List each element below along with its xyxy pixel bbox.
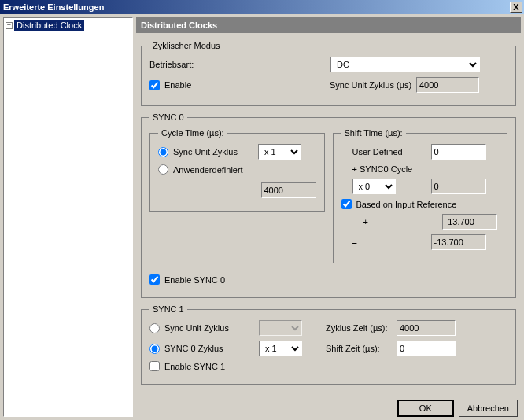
cancel-button[interactable]: Abbrechen bbox=[459, 400, 518, 417]
tree-item-distributed-clock[interactable]: + Distributed Clock bbox=[6, 20, 131, 31]
shift-zeit-field[interactable] bbox=[397, 341, 456, 356]
sync0-cycle-value-field bbox=[431, 179, 486, 194]
enable-sync0-label: Enable SYNC 0 bbox=[164, 275, 225, 285]
user-defined-field[interactable] bbox=[431, 144, 486, 160]
plus-label: + bbox=[363, 217, 442, 227]
shift-time-legend: Shift Time (µs): bbox=[341, 128, 406, 138]
close-icon: X bbox=[513, 2, 518, 12]
sync-unit-zyklus-field bbox=[416, 77, 479, 93]
betriebsart-label: Betriebsart: bbox=[149, 60, 330, 69]
cycle-value-field bbox=[261, 182, 316, 198]
sync1-group: SYNC 1 Sync Unit Zyklus Zyklus Zeit (µs)… bbox=[141, 304, 516, 385]
enable-sync0-checkbox[interactable] bbox=[149, 274, 160, 285]
sync1-sync0-label: SYNC 0 Zyklus bbox=[164, 344, 259, 353]
panel-header: Distributed Clocks bbox=[136, 17, 521, 33]
window-title: Erweiterte Einstellungen bbox=[3, 2, 104, 12]
shift-time-group: Shift Time (µs): User Defined + SYNC0 Cy… bbox=[333, 128, 508, 263]
enable-sync1-label: Enable SYNC 1 bbox=[164, 362, 225, 371]
sync0-group: SYNC 0 Cycle Time (µs): Sync Unit Zyklus… bbox=[141, 112, 516, 298]
title-bar: Erweiterte Einstellungen X bbox=[0, 0, 524, 14]
sync-unit-zyklus-label: Sync Unit Zyklus (µs) bbox=[330, 80, 416, 90]
betriebsart-select[interactable]: DC bbox=[330, 57, 480, 72]
sync1-sync0-radio[interactable] bbox=[149, 344, 160, 354]
zyklus-zeit-label: Zyklus Zeit (µs): bbox=[326, 323, 397, 333]
sync-unit-zyklus-radio-label: Sync Unit Zyklus bbox=[173, 147, 258, 157]
button-bar: OK Abbrechen bbox=[136, 395, 521, 417]
tree-panel: + Distributed Clock bbox=[3, 17, 133, 417]
sync1-mult1-select bbox=[259, 320, 302, 336]
cycle-mult-select[interactable]: x 1 bbox=[258, 144, 301, 160]
user-defined-label: User Defined bbox=[352, 147, 431, 157]
main-panel: Distributed Clocks Zyklischer Modus Betr… bbox=[136, 17, 521, 417]
shift-zeit-label: Shift Zeit (µs): bbox=[326, 344, 397, 353]
expand-icon[interactable]: + bbox=[6, 22, 13, 29]
zyklus-zeit-field bbox=[397, 320, 456, 336]
anwenderdefiniert-radio[interactable] bbox=[158, 164, 168, 175]
zyklischer-modus-legend: Zyklischer Modus bbox=[149, 41, 223, 50]
sync1-sync-unit-label: Sync Unit Zyklus bbox=[164, 323, 259, 333]
tree-item-label: Distributed Clock bbox=[14, 20, 84, 31]
eq-value-field bbox=[431, 234, 486, 250]
plus-value-field bbox=[442, 214, 497, 230]
eq-label: = bbox=[352, 238, 431, 247]
zyklischer-modus-group: Zyklischer Modus Betriebsart: DC Enable … bbox=[141, 41, 516, 106]
sync-unit-zyklus-radio[interactable] bbox=[158, 147, 168, 157]
content-area: + Distributed Clock Distributed Clocks Z… bbox=[0, 14, 524, 420]
based-on-input-ref-checkbox[interactable] bbox=[341, 199, 352, 209]
ok-button[interactable]: OK bbox=[397, 400, 454, 417]
close-button[interactable]: X bbox=[510, 2, 522, 13]
sync0-cycle-mult-select[interactable]: x 0 bbox=[352, 179, 396, 194]
sync1-mult2-select[interactable]: x 1 bbox=[259, 341, 302, 356]
sync0-cycle-label: + SYNC0 Cycle bbox=[352, 164, 413, 174]
enable-sync1-checkbox[interactable] bbox=[149, 361, 160, 371]
sync1-legend: SYNC 1 bbox=[149, 304, 187, 314]
based-on-input-ref-label: Based on Input Reference bbox=[356, 200, 457, 209]
enable-checkbox[interactable] bbox=[149, 80, 160, 90]
sync0-legend: SYNC 0 bbox=[149, 112, 187, 122]
cycle-time-group: Cycle Time (µs): Sync Unit Zyklus x 1 An… bbox=[149, 128, 325, 212]
enable-label: Enable bbox=[164, 80, 330, 90]
cycle-time-legend: Cycle Time (µs): bbox=[158, 128, 227, 138]
sync1-sync-unit-radio[interactable] bbox=[149, 323, 160, 333]
anwenderdefiniert-radio-label: Anwenderdefiniert bbox=[173, 165, 243, 175]
